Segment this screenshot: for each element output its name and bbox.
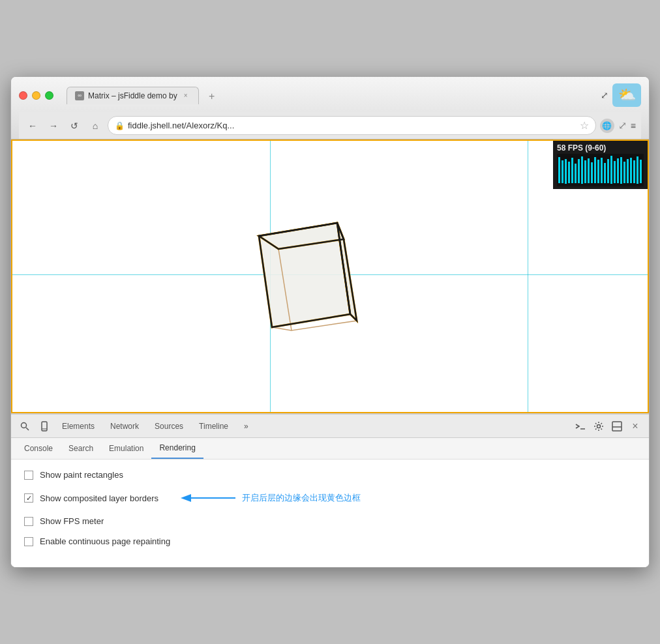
devtools-close-icon[interactable]: × [627, 418, 644, 435]
browser-window: ∞ Matrix – jsFiddle demo by × + ⤢ ⛅ ← → … [10, 76, 650, 568]
devtools-rendering-content: Show paint rectangles Show composited la… [11, 460, 649, 567]
url-bar[interactable]: 🔒 fiddle.jshell.net/Alexorz/Kq... ☆ [108, 116, 596, 135]
address-bar: ← → ↺ ⌂ 🔒 fiddle.jshell.net/Alexorz/Kq..… [19, 112, 641, 139]
svg-rect-12 [594, 157, 596, 183]
svg-rect-24 [633, 160, 635, 183]
devtools-console-icon[interactable] [572, 418, 589, 435]
grid-line-v2 [528, 141, 528, 412]
svg-rect-20 [620, 157, 622, 184]
cube-3d [220, 184, 376, 369]
svg-rect-42 [612, 422, 622, 431]
devtools-tab-network[interactable]: Network [104, 418, 145, 435]
checkbox-continuous-repaint[interactable] [24, 537, 33, 546]
devtools-settings-icon[interactable] [590, 418, 607, 435]
checkbox-paint-rects[interactable] [24, 471, 33, 480]
title-bar-right: ⤢ ⛅ [601, 83, 641, 107]
devtools-right-icons: × [572, 418, 644, 435]
menu-button[interactable]: ≡ [631, 121, 636, 131]
annotation-text: 开启后层的边缘会出现黄色边框 [242, 492, 361, 504]
cube-svg [220, 184, 376, 366]
svg-rect-14 [601, 158, 603, 183]
url-text: fiddle.jshell.net/Alexorz/Kq... [128, 121, 576, 130]
url-security-icon: 🔒 [115, 121, 124, 130]
label-fps-meter: Show FPS meter [40, 516, 104, 526]
svg-rect-16 [607, 159, 609, 183]
devtools-subtab-search[interactable]: Search [61, 439, 101, 458]
home-button[interactable]: ⌂ [87, 117, 104, 134]
devtools-subtab-console[interactable]: Console [16, 439, 61, 458]
svg-rect-3 [565, 159, 567, 184]
back-button[interactable]: ← [24, 117, 41, 134]
devtools-search-icon[interactable] [16, 418, 33, 435]
label-paint-rects: Show paint rectangles [40, 470, 123, 480]
svg-point-41 [597, 424, 601, 428]
svg-rect-23 [630, 158, 632, 183]
arrow-svg [178, 490, 237, 506]
page-content: 58 FPS (9-60) [11, 139, 649, 413]
devtools-tab-more[interactable]: » [237, 418, 255, 435]
title-bar: ∞ Matrix – jsFiddle demo by × + ⤢ ⛅ ← → … [11, 77, 649, 139]
expand-btn[interactable]: ⤢ [618, 119, 627, 132]
tab-close-button[interactable]: × [181, 91, 190, 100]
fps-label: 58 FPS (9-60) [557, 143, 644, 153]
svg-rect-18 [614, 161, 616, 183]
label-continuous-repaint: Enable continuous page repainting [40, 536, 170, 546]
expand-icon[interactable]: ⤢ [601, 90, 608, 100]
svg-rect-1 [558, 157, 560, 183]
svg-rect-22 [627, 159, 629, 183]
reload-button[interactable]: ↺ [66, 117, 83, 134]
devtools-subtab-rendering[interactable]: Rendering [151, 438, 203, 459]
svg-line-32 [272, 327, 292, 330]
window-controls [19, 91, 53, 100]
devtools-tab-timeline[interactable]: Timeline [192, 418, 235, 435]
devtools-toolbar: Elements Network Sources Timeline » [11, 415, 649, 438]
svg-rect-15 [604, 163, 606, 183]
devtools: Elements Network Sources Timeline » [11, 413, 649, 567]
devtools-subtabs: Console Search Emulation Rendering [11, 438, 649, 460]
svg-rect-26 [640, 160, 642, 183]
svg-point-36 [22, 422, 27, 428]
svg-rect-4 [568, 162, 570, 183]
svg-rect-6 [575, 164, 577, 183]
fps-chart [557, 154, 644, 186]
close-button[interactable] [19, 91, 27, 100]
active-tab[interactable]: ∞ Matrix – jsFiddle demo by × [67, 87, 199, 104]
svg-rect-21 [623, 162, 625, 183]
devtools-tab-elements[interactable]: Elements [55, 418, 101, 435]
forward-button[interactable]: → [45, 117, 62, 134]
tab-title: Matrix – jsFiddle demo by [88, 91, 177, 100]
bookmark-star[interactable]: ☆ [580, 119, 589, 132]
checkbox-composited-borders[interactable] [24, 493, 33, 503]
svg-rect-8 [581, 156, 583, 184]
maximize-button[interactable] [45, 91, 53, 100]
svg-rect-10 [588, 158, 590, 183]
devtools-dock-icon[interactable] [608, 418, 625, 435]
new-tab-button[interactable]: + [203, 89, 221, 104]
svg-rect-25 [637, 156, 638, 184]
composited-checkbox-label: Show composited layer borders [24, 493, 158, 503]
svg-rect-7 [578, 159, 580, 183]
option-composited-borders: Show composited layer borders 开启后层的边缘会出现… [24, 490, 636, 506]
fps-chart-svg [557, 154, 644, 186]
svg-rect-5 [571, 158, 573, 183]
arrow-annotation: 开启后层的边缘会出现黄色边框 [178, 490, 361, 506]
tab-bar: ∞ Matrix – jsFiddle demo by × + [67, 87, 601, 104]
svg-rect-9 [584, 160, 586, 183]
option-continuous-repaint: Enable continuous page repainting [24, 536, 636, 546]
checkbox-fps-meter[interactable] [24, 517, 33, 526]
weather-widget: ⛅ [612, 83, 641, 107]
svg-rect-19 [617, 158, 619, 183]
svg-line-37 [26, 428, 29, 430]
svg-rect-11 [591, 162, 593, 183]
label-composited-borders: Show composited layer borders [40, 493, 158, 503]
option-fps-meter: Show FPS meter [24, 516, 636, 526]
svg-rect-17 [610, 156, 612, 184]
tab-favicon: ∞ [75, 91, 84, 100]
devtools-mobile-icon[interactable] [36, 418, 53, 435]
svg-rect-2 [562, 160, 563, 183]
devtools-subtab-emulation[interactable]: Emulation [101, 439, 151, 458]
minimize-button[interactable] [32, 91, 40, 100]
devtools-tab-sources[interactable]: Sources [148, 418, 190, 435]
option-paint-rects: Show paint rectangles [24, 470, 636, 480]
globe-icon: 🌐 [600, 119, 614, 133]
